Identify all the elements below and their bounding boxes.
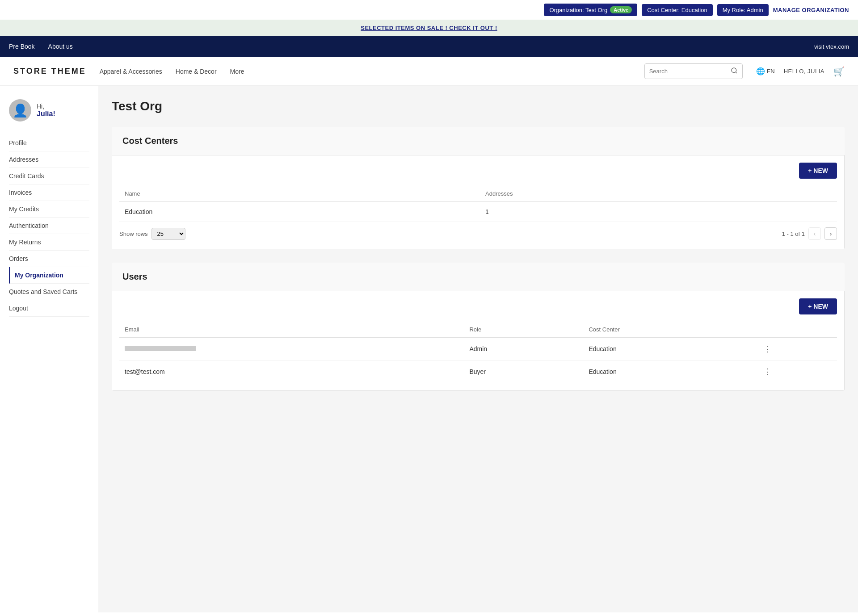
col-cost-center: Cost Center <box>583 322 758 338</box>
cost-centers-title: Cost Centers <box>112 127 845 155</box>
main-layout: 👤 Hi, Julia! ProfileAddressesCredit Card… <box>0 86 858 612</box>
sidebar-nav-item[interactable]: Authentication <box>9 218 89 234</box>
org-badge-text: Organization: Test Org <box>549 7 607 13</box>
new-user-button[interactable]: + NEW <box>799 298 837 314</box>
prev-page-button[interactable]: ‹ <box>808 227 821 240</box>
sidebar-nav-item[interactable]: My Credits <box>9 201 89 218</box>
pagination-info: 1 - 1 of 1 <box>782 230 805 237</box>
language-selector[interactable]: 🌐 EN <box>756 67 775 75</box>
col-role: Role <box>464 322 583 338</box>
rows-per-page-select[interactable]: 25 50 100 <box>151 228 185 240</box>
search-icon <box>731 67 738 74</box>
sidebar-nav-item[interactable]: My Returns <box>9 234 89 251</box>
search-button[interactable] <box>726 64 742 79</box>
sidebar-nav-link[interactable]: Authentication <box>9 222 49 229</box>
search-input[interactable] <box>645 65 726 78</box>
nav-bar-right-link: visit vtex.com <box>814 43 849 50</box>
nav-item-about[interactable]: About us <box>48 43 73 50</box>
sidebar: 👤 Hi, Julia! ProfileAddressesCredit Card… <box>0 86 98 612</box>
cost-centers-header-row: + NEW <box>119 163 837 179</box>
col-addresses: Addresses <box>480 186 837 202</box>
main-content: Test Org Cost Centers + NEW Name Address… <box>98 86 858 612</box>
globe-icon: 🌐 <box>756 67 765 75</box>
site-header: STORE THEME Apparel & Accessories Home &… <box>0 57 858 86</box>
sidebar-nav-item[interactable]: Addresses <box>9 151 89 168</box>
avatar-icon: 👤 <box>13 103 28 118</box>
sidebar-nav-link[interactable]: Quotes and Saved Carts <box>9 288 77 295</box>
show-rows-label: Show rows <box>119 230 148 237</box>
svg-point-0 <box>732 68 736 73</box>
row-menu-button[interactable]: ⋮ <box>764 367 832 377</box>
sidebar-nav-item[interactable]: My Organization <box>9 267 89 284</box>
svg-line-1 <box>736 72 737 73</box>
cost-centers-section: Cost Centers + NEW Name Addresses Educat… <box>112 127 845 249</box>
cost-center-text: Cost Center: Education <box>647 7 707 13</box>
new-cost-center-button[interactable]: + NEW <box>799 163 837 179</box>
sidebar-nav-link[interactable]: Addresses <box>9 156 38 163</box>
sidebar-nav-link[interactable]: Profile <box>9 139 27 147</box>
greeting-text: HELLO, JULIA <box>784 68 824 75</box>
sale-banner: SELECTED ITEMS ON SALE ! CHECK IT OUT ! <box>0 20 858 36</box>
row-menu-button[interactable]: ⋮ <box>764 344 832 354</box>
nav-item-prebook[interactable]: Pre Book <box>9 43 35 50</box>
cost-centers-footer: Show rows 25 50 100 1 - 1 of 1 ‹ › <box>119 222 837 242</box>
cost-centers-table: Name Addresses Education1 <box>119 186 837 222</box>
sidebar-nav: ProfileAddressesCredit CardsInvoicesMy C… <box>9 135 89 317</box>
next-page-button[interactable]: › <box>824 227 837 240</box>
cost-centers-body: + NEW Name Addresses Education1 Show row… <box>112 155 845 249</box>
cost-center-name-cell: Education <box>119 202 480 222</box>
nav-bar: Pre Book About us visit vtex.com <box>0 36 858 57</box>
sidebar-nav-item[interactable]: Orders <box>9 251 89 267</box>
user-cost-center-cell: Education <box>583 338 758 360</box>
sidebar-nav-link[interactable]: Credit Cards <box>9 172 44 180</box>
sidebar-nav-item[interactable]: Quotes and Saved Carts <box>9 284 89 300</box>
sidebar-nav-item[interactable]: Profile <box>9 135 89 151</box>
sidebar-nav-link[interactable]: Invoices <box>9 189 32 196</box>
cost-center-badge[interactable]: Cost Center: Education <box>642 4 712 16</box>
col-email: Email <box>119 322 464 338</box>
header-right: 🌐 EN HELLO, JULIA 🛒 <box>756 66 845 77</box>
sidebar-nav-item[interactable]: Credit Cards <box>9 168 89 184</box>
table-row: AdminEducation⋮ <box>119 338 837 360</box>
nav-apparel[interactable]: Apparel & Accessories <box>100 68 162 75</box>
nav-more[interactable]: More <box>230 68 244 75</box>
user-name: Julia! <box>37 110 55 118</box>
sidebar-nav-link[interactable]: My Credits <box>9 205 39 213</box>
user-info: 👤 Hi, Julia! <box>9 99 89 122</box>
nav-bar-left: Pre Book About us <box>9 43 73 50</box>
user-role-cell: Buyer <box>464 360 583 383</box>
org-title: Test Org <box>112 99 845 113</box>
user-email-cell <box>119 338 464 360</box>
role-text: My Role: Admin <box>723 7 763 13</box>
sidebar-nav-item[interactable]: Logout <box>9 300 89 317</box>
header-nav: Apparel & Accessories Home & Decor More <box>100 68 631 75</box>
user-role-cell: Admin <box>464 338 583 360</box>
col-name: Name <box>119 186 480 202</box>
users-title: Users <box>112 263 845 291</box>
sidebar-nav-link[interactable]: My Organization <box>15 272 63 279</box>
org-badge[interactable]: Organization: Test Org Active <box>544 4 637 16</box>
users-section: Users + NEW Email Role Cost Center <box>112 263 845 391</box>
users-table: Email Role Cost Center AdminEducation⋮te… <box>119 322 837 383</box>
role-badge[interactable]: My Role: Admin <box>717 4 769 16</box>
sidebar-nav-item[interactable]: Invoices <box>9 184 89 201</box>
table-row: test@test.comBuyerEducation⋮ <box>119 360 837 383</box>
search-bar <box>644 63 743 79</box>
sale-banner-link[interactable]: SELECTED ITEMS ON SALE ! CHECK IT OUT ! <box>361 25 497 31</box>
users-header-row: + NEW <box>119 298 837 314</box>
sidebar-nav-link[interactable]: My Returns <box>9 239 41 246</box>
users-body: + NEW Email Role Cost Center AdminEducat… <box>112 291 845 391</box>
cost-center-addresses-cell: 1 <box>480 202 837 222</box>
sidebar-nav-link[interactable]: Logout <box>9 305 28 312</box>
sidebar-nav-link[interactable]: Orders <box>9 255 28 262</box>
org-status-badge: Active <box>610 6 632 13</box>
manage-org-link[interactable]: MANAGE ORGANIZATION <box>773 7 849 13</box>
user-cost-center-cell: Education <box>583 360 758 383</box>
user-greeting: Hi, <box>37 103 55 110</box>
nav-home-decor[interactable]: Home & Decor <box>176 68 217 75</box>
pagination-controls: 1 - 1 of 1 ‹ › <box>782 227 837 240</box>
top-bar: Organization: Test Org Active Cost Cente… <box>0 0 858 20</box>
user-email-cell: test@test.com <box>119 360 464 383</box>
site-logo[interactable]: STORE THEME <box>13 67 86 76</box>
cart-icon[interactable]: 🛒 <box>833 66 845 77</box>
